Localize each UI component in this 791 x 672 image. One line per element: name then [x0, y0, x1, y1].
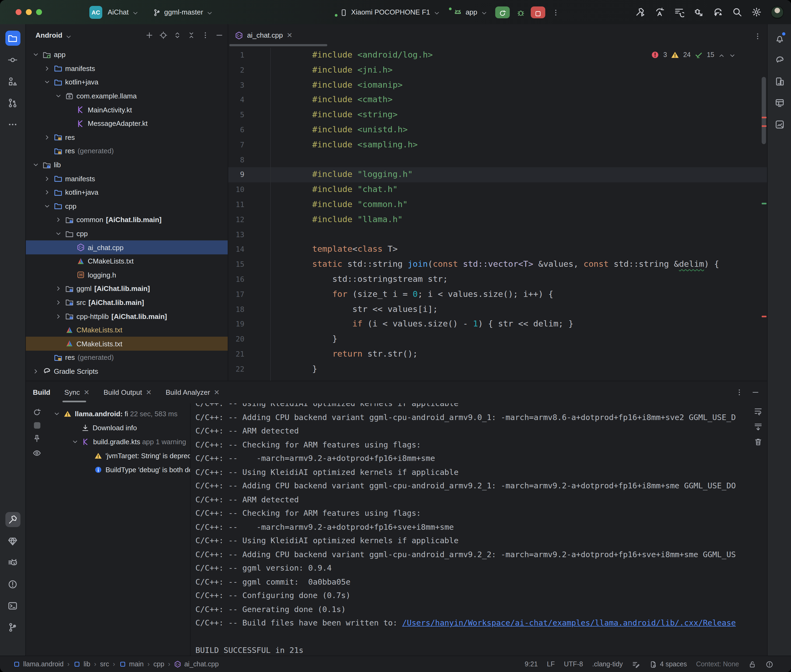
- tree-item-manifests[interactable]: manifests: [26, 62, 228, 75]
- close-window-button[interactable]: [16, 9, 21, 15]
- user-avatar[interactable]: [771, 6, 784, 19]
- breadcrumb-item[interactable]: cpp: [153, 661, 164, 668]
- close-tab-icon[interactable]: ✕: [146, 389, 152, 397]
- code-line-23[interactable]: 23: [228, 377, 767, 381]
- build-tab-sync[interactable]: Sync✕: [64, 382, 90, 404]
- code-line-3[interactable]: 3#include <iomanip>: [228, 78, 767, 93]
- tool-window-button-structure[interactable]: [5, 74, 20, 89]
- breadcrumb-item[interactable]: C+ai_chat.cpp: [174, 661, 219, 668]
- build-tab-build-output[interactable]: Build Output✕: [104, 382, 152, 404]
- code-line-17[interactable]: 17 for (size_t i = 0; i < values.size();…: [228, 287, 767, 302]
- tree-item-res[interactable]: res: [26, 130, 228, 144]
- expand-all-button[interactable]: [173, 31, 181, 39]
- close-tab-icon[interactable]: ✕: [214, 389, 220, 397]
- code-line-14[interactable]: 14template<class T>: [228, 242, 767, 258]
- tool-window-button-more-horizontal[interactable]: [5, 117, 20, 132]
- status-widget-4-spaces[interactable]: 4 spaces: [649, 660, 687, 668]
- apply-changes-button[interactable]: [655, 7, 665, 17]
- build-output-link[interactable]: /Users/hanyin/Workspace/ai-chat/examples…: [402, 619, 736, 627]
- tree-item-cpp-httplib[interactable]: cpp-httplib [AiChat.lib.main]: [26, 309, 228, 323]
- tree-item-res[interactable]: res (generated): [26, 144, 228, 158]
- code-line-18[interactable]: 18 str << values[i];: [228, 302, 767, 317]
- tree-item-cmakelists-txt[interactable]: CMakeLists.txt: [26, 337, 228, 350]
- status-widget-context-none[interactable]: Context: None: [696, 661, 739, 668]
- tool-window-button-gradle-elephant[interactable]: [772, 52, 787, 67]
- build-tree-item[interactable]: BuildType 'debug' is both de: [48, 463, 190, 477]
- code-line-19[interactable]: 19 if (i < values.size() - 1) { str << d…: [228, 317, 767, 332]
- breadcrumb-item[interactable]: llama.android: [13, 661, 64, 668]
- status-widget[interactable]: [632, 660, 640, 668]
- tool-window-button-project-folder[interactable]: [5, 30, 20, 46]
- minimize-button[interactable]: [751, 389, 759, 397]
- device-selector[interactable]: Xiaomi POCOPHONE F1: [340, 8, 440, 16]
- build-console[interactable]: C/C++: -- Using KleidiAI optimized kerne…: [190, 404, 767, 656]
- tool-window-button-git-branch[interactable]: [5, 619, 20, 635]
- editor-tab-ai-chat-cpp[interactable]: C+ ai_chat.cpp ✕: [228, 24, 299, 46]
- status-widget-lf[interactable]: LF: [547, 661, 555, 668]
- tree-item-common[interactable]: common [AiChat.lib.main]: [26, 213, 228, 227]
- search-button[interactable]: [732, 7, 742, 17]
- rerun-button[interactable]: [495, 6, 510, 18]
- vcs-branch-widget[interactable]: ggml-master: [153, 8, 213, 16]
- hide-button[interactable]: [215, 31, 223, 39]
- code-area[interactable]: 3 24 15 1#include <android/log.h>2#inclu…: [228, 46, 767, 381]
- tree-item-src[interactable]: src [AiChat.lib.main]: [26, 296, 228, 309]
- code-line-2[interactable]: 2#include <jni.h>: [228, 63, 767, 78]
- tree-item-manifests[interactable]: manifests: [26, 172, 228, 186]
- tree-item-messageadapter-kt[interactable]: MessageAdapter.kt: [26, 117, 228, 130]
- more-vertical-button[interactable]: [735, 389, 743, 397]
- code-line-9[interactable]: 9#include "logging.h": [228, 168, 767, 182]
- tool-window-button-logcat-cat[interactable]: [5, 555, 20, 570]
- build-tree-item[interactable]: 'jvmTarget: String' is deprec: [48, 449, 190, 463]
- tree-item-ai-chat-cpp[interactable]: C+ai_chat.cpp: [26, 241, 228, 254]
- breadcrumb-item[interactable]: main: [119, 661, 144, 668]
- tool-window-button-terminal[interactable]: [5, 598, 20, 613]
- code-line-6[interactable]: 6#include <unistd.h>: [228, 123, 767, 138]
- code-line-16[interactable]: 16 std::ostringstream str;: [228, 272, 767, 287]
- collapse-all-button[interactable]: [187, 31, 196, 39]
- tree-item-cmakelists-txt[interactable]: CMakeLists.txt: [26, 254, 228, 268]
- debug-button[interactable]: [516, 7, 525, 17]
- tree-item-cmakelists-txt[interactable]: CMakeLists.txt: [26, 323, 228, 337]
- editor-scrollbar[interactable]: [760, 46, 767, 381]
- tree-item-ggml[interactable]: ggml [AiChat.lib.main]: [26, 282, 228, 296]
- code-line-8[interactable]: 8: [228, 152, 767, 168]
- scroll-to-end-button[interactable]: [754, 422, 763, 432]
- settings-gear-button[interactable]: [751, 7, 762, 17]
- run-config-selector[interactable]: app: [453, 8, 488, 17]
- code-line-4[interactable]: 4#include <cmath>: [228, 93, 767, 108]
- attach-debugger-button[interactable]: [693, 7, 704, 17]
- stop-button[interactable]: [531, 6, 545, 18]
- code-line-12[interactable]: 12#include "llama.h": [228, 213, 767, 227]
- code-line-10[interactable]: 10#include "chat.h": [228, 182, 767, 197]
- tree-item-cpp[interactable]: cpp: [26, 227, 228, 240]
- minimize-window-button[interactable]: [26, 9, 32, 15]
- rerun-sync-button[interactable]: [32, 408, 42, 417]
- tree-item-com-example-llama[interactable]: com.example.llama: [26, 89, 228, 103]
- code-line-5[interactable]: 5#include <string>: [228, 107, 767, 123]
- tree-item-mainactivity-kt[interactable]: MainActivity.kt: [26, 103, 228, 117]
- tool-window-button-commit[interactable]: [5, 52, 20, 67]
- run-more-options-button[interactable]: [552, 7, 560, 17]
- build-panel-title[interactable]: Build: [33, 389, 50, 397]
- gradle-sync-button[interactable]: [713, 7, 723, 17]
- tree-item-res[interactable]: res (generated): [26, 350, 228, 364]
- code-line-15[interactable]: 15static std::string join(const std::vec…: [228, 257, 767, 272]
- build-tree-item[interactable]: Download info: [48, 421, 190, 435]
- soft-wrap-button[interactable]: [754, 407, 763, 416]
- project-selector[interactable]: AiChat: [107, 8, 139, 16]
- more-vertical-button[interactable]: [201, 31, 209, 39]
- status-widget-9-21[interactable]: 9:21: [525, 661, 538, 668]
- tree-item-logging-h[interactable]: Hlogging.h: [26, 268, 228, 282]
- code-line-13[interactable]: 13: [228, 227, 767, 242]
- add-button[interactable]: [145, 31, 153, 39]
- stop-square-button[interactable]: [34, 422, 40, 429]
- profiler-button[interactable]: [674, 7, 684, 17]
- build-tree-item[interactable]: llama.android: fi 22 sec, 583 ms: [48, 407, 190, 421]
- tree-item-cpp[interactable]: cpp: [26, 199, 228, 213]
- zoom-window-button[interactable]: [36, 9, 42, 15]
- tree-item-gradle-scripts[interactable]: Gradle Scripts: [26, 364, 228, 378]
- code-line-11[interactable]: 11#include "common.h": [228, 197, 767, 213]
- code-line-7[interactable]: 7#include <sampling.h>: [228, 138, 767, 153]
- build-tab-build-analyzer[interactable]: Build Analyzer✕: [166, 382, 220, 404]
